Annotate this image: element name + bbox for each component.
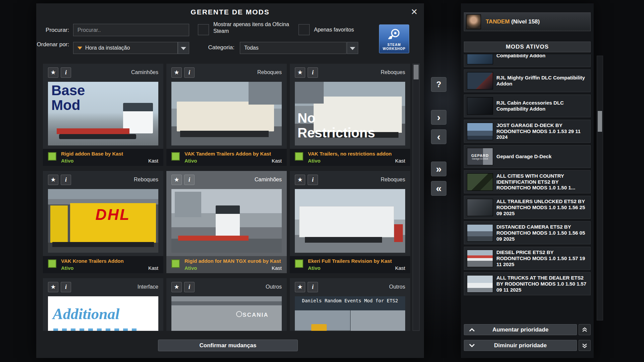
mod-card[interactable]: ★iCaminhõesRigid addon for MAN TGX euro6…	[166, 171, 287, 273]
increase-priority-button[interactable]: Aumentar prioridade	[464, 324, 577, 335]
mod-card[interactable]: ★iReboquesVAK Tandem Trailers Addon by K…	[166, 64, 287, 166]
mod-card[interactable]: ★iOutrosDaniels Random Events Mod for ET…	[290, 278, 410, 331]
active-mod-item[interactable]: ALL CITIES WITH COUNTRY IDENTIFICATION E…	[464, 170, 591, 193]
active-mod-item[interactable]: DIESEL PRICE ETS2 BY RODONITCHO MODS 1.0…	[464, 247, 591, 270]
mod-thumbnail	[467, 224, 493, 242]
mod-title: Ekeri Full Trailers Revision by Kast	[308, 258, 406, 264]
favorite-star-icon[interactable]: ★	[295, 67, 305, 78]
mod-title: VAK Trailers, no restrictions addon	[308, 151, 406, 157]
mod-preview-image: No Restrictions	[295, 82, 405, 145]
favorite-star-icon[interactable]: ★	[48, 282, 58, 292]
grid-scrollbar[interactable]	[413, 64, 420, 331]
favorite-star-icon[interactable]: ★	[295, 175, 305, 185]
info-icon[interactable]: i	[184, 67, 195, 78]
active-mod-title: DISTANCED CAMERA ETS2 BY RODONITCHO MODS…	[496, 224, 588, 242]
category-dropdown-button[interactable]	[347, 42, 358, 54]
favorite-star-icon[interactable]: ★	[171, 67, 182, 78]
mod-status: Ativo	[61, 265, 74, 271]
active-mod-item[interactable]: ALL TRAILERS UNLOCKED ETS2 BY RODONITCHO…	[464, 196, 591, 219]
confirm-changes-button[interactable]: Confirmar mudanças	[158, 340, 298, 351]
nav-next-button[interactable]: ›	[431, 110, 446, 125]
active-mod-title: Gepard Garage D-Deck	[496, 154, 551, 160]
active-mod-item[interactable]: DISTANCED CAMERA ETS2 BY RODONITCHO MODS…	[464, 221, 591, 244]
active-mod-item[interactable]: RJL Mighty Griffin DLC Compatibility Add…	[464, 69, 591, 92]
favorites-checkbox-label: Apenas favoritos	[314, 27, 388, 33]
steam-text-line1: STEAM	[383, 43, 406, 47]
category-dropdown[interactable]: Todas	[240, 42, 346, 54]
preview-overlay-text: SCANIA	[243, 312, 268, 318]
mod-card-header: ★iReboques	[290, 64, 410, 82]
mod-card[interactable]: ★iReboquesNo RestrictionsVAK Trailers, n…	[290, 64, 410, 166]
favorite-star-icon[interactable]: ★	[48, 67, 58, 78]
move-to-top-button[interactable]	[579, 324, 591, 335]
mod-card-footer: Rigid addon for MAN TGX euro6 by KastAti…	[166, 256, 287, 273]
favorite-star-icon[interactable]: ★	[48, 175, 58, 185]
sort-dropdown-button[interactable]	[178, 42, 189, 54]
profile-level: (Nível 158)	[509, 18, 540, 25]
mod-card-header: ★iReboques	[290, 171, 410, 189]
sort-dropdown[interactable]: Hora da instalação	[73, 42, 178, 54]
panel-scrollbar-thumb[interactable]	[598, 111, 602, 132]
sort-value: Hora da instalação	[85, 45, 130, 51]
mod-thumbnail	[467, 72, 493, 89]
active-mod-item[interactable]: GEPARDGarage D-DeckGepard Garage D-Deck	[464, 145, 591, 168]
mod-card[interactable]: ★iInterfaceAdditional	[43, 278, 163, 331]
preview-overlay-text: Base Mod	[51, 83, 85, 113]
mod-card-header: ★iReboques	[43, 171, 163, 189]
steam-logo-icon	[387, 27, 401, 42]
mod-card[interactable]: ★iCaminhõesBase ModRigid addon Base by K…	[43, 64, 163, 166]
category-label: Categoria:	[198, 44, 234, 51]
profile-username: TANDEM	[486, 18, 509, 25]
preview-overlay-text: Additional	[53, 305, 119, 323]
active-mod-item[interactable]: JOST GARAGE D-DECK BY RODONITCHO MODS 1.…	[464, 120, 591, 143]
preview-overlay-text: DHL	[95, 205, 130, 224]
steam-text-line2: WORKSHOP	[383, 47, 406, 51]
move-to-bottom-button[interactable]	[579, 340, 591, 351]
info-icon[interactable]: i	[61, 175, 71, 185]
mod-card[interactable]: ★iReboquesDHLVAK Krone Trailers AddonAti…	[43, 171, 163, 273]
mod-card-header: ★iInterface	[43, 278, 163, 296]
double-chevron-up-icon	[582, 327, 588, 333]
steam-workshop-button[interactable]: STEAM WORKSHOP	[379, 24, 409, 53]
favorite-star-icon[interactable]: ★	[171, 282, 182, 292]
grid-scrollbar-thumb[interactable]	[414, 65, 419, 79]
nav-first-button[interactable]: «	[431, 181, 446, 196]
thumb-sub-text: Garage D-Deck	[472, 158, 488, 160]
close-icon[interactable]: ✕	[409, 6, 420, 17]
info-icon[interactable]: i	[61, 282, 71, 292]
panel-scrollbar[interactable]	[597, 56, 603, 320]
mod-status: Ativo	[308, 158, 321, 164]
mod-card[interactable]: ★iReboquesEkeri Full Trailers Revision b…	[290, 171, 410, 273]
favorites-checkbox[interactable]	[299, 24, 310, 35]
search-input[interactable]	[73, 24, 189, 36]
mod-thumbnail: GEPARDGarage D-Deck	[467, 148, 493, 165]
info-icon[interactable]: i	[184, 282, 195, 292]
active-mod-item[interactable]: RJL Cabin Accessories DLC Compatibility …	[464, 95, 591, 117]
mod-title: VAK Krone Trailers Addon	[61, 258, 159, 264]
decrease-priority-button[interactable]: Diminuir prioridade	[464, 340, 577, 351]
favorite-star-icon[interactable]: ★	[171, 175, 182, 185]
mod-card-header: ★iCaminhões	[166, 171, 287, 189]
mod-category-label: Interface	[138, 284, 158, 290]
info-icon[interactable]: i	[308, 175, 318, 185]
nav-button-column: ?›‹»«	[431, 3, 446, 358]
info-icon[interactable]: i	[61, 67, 71, 78]
mod-thumbnail	[467, 199, 493, 216]
mod-preview-image: SCANIA	[171, 296, 282, 331]
profile-row[interactable]: TANDEM (Nível 158)	[464, 12, 591, 31]
mod-card[interactable]: ★iOutrosSCANIA	[166, 278, 287, 331]
active-mods-panel: TANDEM (Nível 158) MODS ATIVOS Compatibi…	[461, 3, 594, 358]
nav-prev-button[interactable]: ‹	[431, 129, 446, 144]
info-icon[interactable]: i	[308, 67, 318, 78]
info-icon[interactable]: i	[184, 175, 195, 185]
nav-help-button[interactable]: ?	[431, 77, 446, 92]
info-icon[interactable]: i	[308, 282, 318, 292]
active-mod-item[interactable]: Compatibility Addon	[464, 54, 591, 67]
mod-card-header: ★iOutros	[166, 278, 287, 296]
mod-preview-image: DHL	[48, 189, 158, 253]
steam-workshop-checkbox[interactable]	[198, 24, 209, 35]
favorite-star-icon[interactable]: ★	[295, 282, 305, 292]
profile-name: TANDEM (Nível 158)	[486, 18, 540, 25]
active-mod-item[interactable]: ALL TRUCKS AT THE DEALER ETS2 BY RODONIT…	[464, 272, 591, 295]
nav-last-button[interactable]: »	[431, 162, 446, 176]
